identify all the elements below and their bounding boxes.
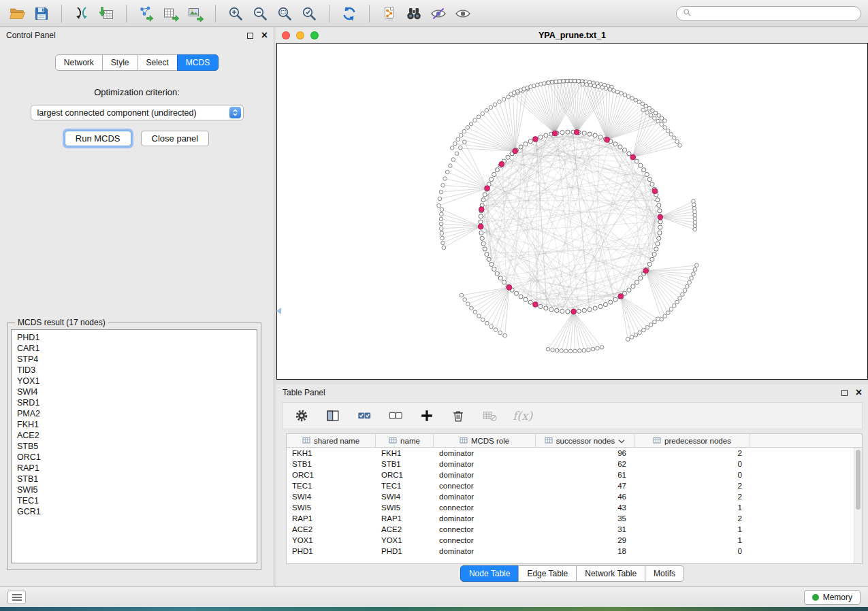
search-box[interactable] — [676, 6, 861, 21]
table-panel-title: Table Panel — [283, 388, 325, 397]
mcds-result-item[interactable]: TID3 — [17, 365, 257, 376]
vertical-scrollbar[interactable] — [854, 448, 862, 563]
export-table-icon[interactable] — [161, 3, 181, 24]
zoom-selected-icon[interactable] — [299, 3, 319, 24]
cell-shared-name: RAP1 — [287, 514, 376, 523]
optimization-criterion-label: Optimization criterion: — [0, 87, 274, 97]
table-row[interactable]: ORC1ORC1dominator610 — [287, 469, 862, 480]
column-header-mcds-role[interactable]: MCDS role — [434, 434, 536, 447]
table-row[interactable]: YOX1YOX1connector291 — [287, 535, 862, 546]
refresh-icon[interactable] — [339, 3, 359, 24]
splitter-collapse-handle[interactable] — [276, 308, 281, 314]
open-folder-icon[interactable] — [7, 3, 27, 24]
tab-network[interactable]: Network — [55, 54, 103, 71]
zoom-in-icon[interactable] — [225, 3, 246, 24]
find-binoculars-icon[interactable] — [404, 3, 424, 24]
cell-successor-nodes: 43 — [536, 503, 634, 512]
table-row[interactable]: TEC1TEC1connector472 — [287, 480, 862, 491]
network-canvas[interactable] — [276, 43, 868, 380]
network-window-titlebar[interactable]: YPA_prune.txt_1 — [276, 27, 868, 43]
mcds-result-item[interactable]: RAP1 — [17, 463, 257, 474]
import-table-icon[interactable] — [96, 3, 116, 24]
select-all-icon[interactable] — [356, 408, 372, 424]
mcds-result-item[interactable]: ORC1 — [17, 452, 257, 463]
table-row[interactable]: SWI4SWI4dominator462 — [287, 491, 862, 502]
import-network-icon[interactable] — [71, 3, 92, 24]
float-window-icon[interactable] — [841, 390, 848, 396]
delete-icon[interactable] — [450, 408, 466, 424]
show-details-icon[interactable] — [453, 3, 473, 24]
mcds-result-item[interactable]: SRD1 — [17, 397, 257, 408]
tab-select[interactable]: Select — [138, 54, 178, 71]
window-zoom-button[interactable] — [310, 31, 319, 39]
settings-icon[interactable] — [293, 408, 310, 424]
column-type-icon — [302, 436, 310, 446]
mcds-result-item[interactable]: STP4 — [17, 354, 257, 365]
export-network-icon[interactable] — [136, 3, 157, 24]
table-row[interactable]: SWI5SWI5connector431 — [287, 502, 862, 513]
column-header-name[interactable]: name — [376, 434, 434, 447]
mcds-result-item[interactable]: TEC1 — [17, 495, 257, 506]
cell-mcds-role: connector — [434, 503, 536, 512]
toolbar-separator — [61, 5, 62, 22]
scrollbar-thumb[interactable] — [856, 450, 861, 510]
zoom-fit-icon[interactable] — [274, 3, 295, 24]
float-window-icon[interactable] — [247, 33, 253, 39]
column-label: predecessor nodes — [664, 437, 731, 445]
cell-successor-nodes: 47 — [536, 482, 634, 490]
tab-style[interactable]: Style — [102, 54, 138, 71]
mcds-result-item[interactable]: YOX1 — [17, 376, 257, 386]
table-row[interactable]: PHD1PHD1dominator180 — [287, 546, 862, 557]
column-header-predecessor-nodes[interactable]: predecessor nodes — [634, 434, 750, 447]
window-close-button[interactable] — [282, 31, 290, 39]
search-input[interactable] — [696, 9, 855, 18]
add-icon[interactable] — [419, 408, 435, 424]
zoom-out-icon[interactable] — [250, 3, 270, 24]
cell-successor-nodes: 35 — [536, 514, 634, 523]
run-mcds-button[interactable]: Run MCDS — [65, 131, 131, 146]
table-tab-edge-table[interactable]: Edge Table — [518, 565, 577, 582]
mcds-result-item[interactable]: SWI5 — [17, 484, 257, 495]
table-row[interactable]: ACE2ACE2connector311 — [287, 524, 862, 535]
duplicate-document-icon[interactable] — [379, 3, 400, 24]
table-row[interactable]: FKH1FKH1dominator962 — [287, 448, 862, 459]
table-row[interactable]: STB1STB1dominator620 — [287, 459, 862, 469]
show-columns-icon[interactable] — [325, 408, 341, 424]
memory-button[interactable]: Memory — [804, 590, 861, 605]
mcds-result-item[interactable]: PHD1 — [17, 332, 257, 343]
mcds-result-item[interactable]: CAR1 — [17, 343, 257, 354]
save-icon[interactable] — [31, 3, 52, 24]
table-tab-motifs[interactable]: Motifs — [645, 565, 684, 582]
task-history-button[interactable] — [7, 591, 26, 604]
column-type-icon — [389, 436, 397, 446]
fx-icon: f(x) — [513, 408, 532, 424]
cell-mcds-role: connector — [434, 482, 536, 490]
mcds-result-item[interactable]: PMA2 — [17, 408, 257, 419]
mcds-result-item[interactable]: GCR1 — [17, 506, 257, 517]
table-panel: Table Panel × f(x) shared namenameMCDS r… — [276, 384, 868, 587]
close-panel-button[interactable]: Close panel — [141, 131, 210, 146]
mcds-result-list[interactable]: PHD1CAR1STP4TID3YOX1SWI4SRD1PMA2FKH1ACE2… — [11, 329, 257, 563]
tab-mcds[interactable]: MCDS — [177, 54, 219, 71]
mcds-result-item[interactable]: STB5 — [17, 441, 257, 452]
column-type-icon — [460, 436, 468, 446]
table-tab-network-table[interactable]: Network Table — [576, 565, 645, 582]
close-panel-icon[interactable]: × — [856, 387, 862, 398]
column-header-shared-name[interactable]: shared name — [287, 434, 376, 447]
table-toolbar: f(x) — [282, 402, 863, 429]
mcds-result-item[interactable]: STB1 — [17, 474, 257, 484]
unselect-all-icon[interactable] — [387, 408, 404, 424]
hide-details-icon[interactable] — [428, 3, 449, 24]
network-graph[interactable] — [277, 44, 867, 379]
mcds-result-item[interactable]: FKH1 — [17, 419, 257, 430]
cell-name: SWI4 — [376, 493, 434, 501]
mcds-result-item[interactable]: SWI4 — [17, 386, 257, 397]
export-image-icon[interactable] — [185, 3, 206, 24]
column-header-successor-nodes[interactable]: successor nodes — [536, 434, 634, 447]
window-minimize-button[interactable] — [296, 31, 304, 39]
criterion-select[interactable]: largest connected component (undirected) — [31, 105, 244, 120]
mcds-result-item[interactable]: ACE2 — [17, 430, 257, 441]
close-panel-icon[interactable]: × — [261, 30, 268, 41]
table-tab-node-table[interactable]: Node Table — [460, 565, 519, 582]
table-row[interactable]: RAP1RAP1dominator352 — [287, 513, 862, 524]
